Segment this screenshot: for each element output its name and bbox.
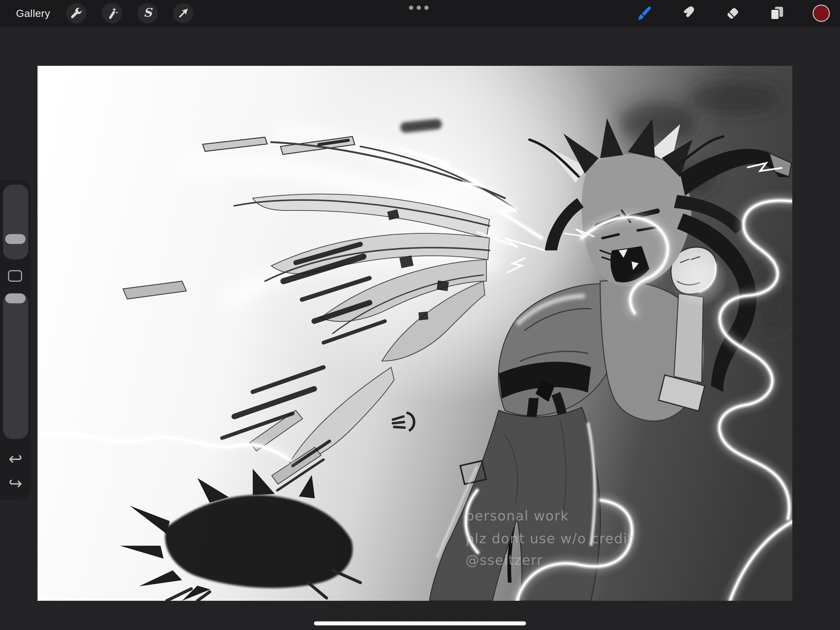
opacity-handle[interactable] [5,293,25,303]
selection-s-icon: S [143,7,152,19]
top-toolbar: Gallery S [0,0,840,27]
wrench-icon [69,6,83,20]
watermark-line-1: personal work [466,508,569,524]
watermark-line-2: plz dont use w/o credit [466,531,634,546]
gallery-button[interactable]: Gallery [16,7,50,19]
ellipsis-dot [417,6,421,10]
layers-button[interactable] [767,4,786,23]
magic-wand-icon [105,6,119,20]
adjustments-button[interactable] [102,3,122,24]
redo-button[interactable]: ↪ [0,475,31,492]
brush-size-slider[interactable] [3,185,28,259]
ellipsis-dot [409,6,413,10]
color-button[interactable] [812,4,831,23]
transform-button[interactable] [173,3,193,24]
brush-size-handle[interactable] [5,234,25,244]
paint-brush-icon [635,4,653,22]
smudge-tool-button[interactable] [679,4,698,23]
undo-button[interactable]: ↩ [0,451,31,467]
canvas-options-button[interactable] [407,4,431,12]
procreate-screen: Gallery S [0,0,840,630]
actions-button[interactable] [66,3,87,24]
artwork: .lw{stroke:#fff;stroke-width:30;opacity:… [38,66,793,601]
watermark-line-3: @sseltzerr [466,552,543,568]
modify-button[interactable] [8,270,22,282]
eraser-tool-button[interactable] [723,4,742,23]
home-indicator[interactable] [314,621,526,625]
brush-sidebar: ↩ ↪ [0,180,31,499]
ellipsis-dot [424,6,429,10]
eraser-icon [724,4,742,22]
opacity-slider[interactable] [3,293,28,439]
color-swatch [813,5,830,22]
layers-icon [768,4,786,22]
smudge-icon [679,4,697,22]
transform-arrow-icon [177,6,190,20]
drawing-canvas[interactable]: .lw{stroke:#fff;stroke-width:30;opacity:… [38,66,793,601]
selection-button[interactable]: S [137,3,158,24]
paint-tool-button[interactable] [635,4,654,23]
